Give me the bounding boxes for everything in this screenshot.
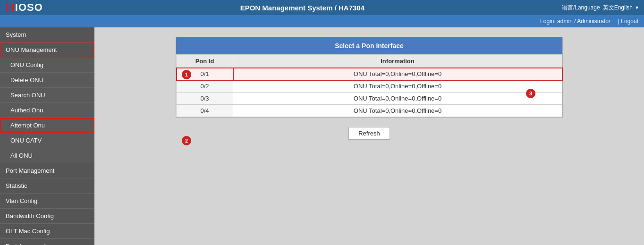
pon-id-cell: 0/4 — [177, 105, 233, 117]
sidebar-item-attempt-onu[interactable]: Attempt Onu — [0, 118, 94, 133]
sidebar-item-all-onu[interactable]: All ONU — [0, 148, 94, 163]
sidebar-item-onu-management[interactable]: ONU Management — [0, 42, 94, 58]
sidebar-item-vlan-config[interactable]: Vlan Config — [0, 194, 94, 209]
sidebar-item-system[interactable]: System — [0, 27, 94, 42]
col-information: Information — [233, 55, 562, 68]
table-row[interactable]: 0/3ONU Total=0,Online=0,Offline=0 — [177, 93, 562, 105]
col-pon-id: Pon Id — [177, 55, 233, 68]
badge-1: 1 — [182, 70, 191, 79]
sidebar-item-port-management[interactable]: Port Management — [0, 163, 94, 178]
sidebar-item-delete-onu[interactable]: Delete ONU — [0, 73, 94, 88]
logo-text: IOSO — [15, 1, 43, 14]
login-info: Login: admin / Administrator — [540, 18, 610, 25]
sidebar-item-search-onu[interactable]: Search ONU — [0, 88, 94, 103]
logo-h: H — [6, 0, 15, 15]
info-cell: ONU Total=0,Online=0,Offline=0 — [233, 105, 562, 117]
refresh-button[interactable]: Refresh — [348, 127, 390, 140]
sidebar-item-port-aggregation[interactable]: Port Aggregration — [0, 239, 94, 245]
sidebar-item-statistic[interactable]: Statistic — [0, 178, 94, 194]
pon-id-cell: 0/2 — [177, 80, 233, 93]
sidebar-item-olt-mac-config[interactable]: OLT Mac Config — [0, 224, 94, 239]
logout-link[interactable]: | Logout — [618, 18, 638, 25]
info-cell: ONU Total=0,Online=0,Offline=0 — [233, 68, 562, 80]
logo: H IOSO — [6, 0, 43, 15]
sidebar-item-authed-onu[interactable]: Authed Onu — [0, 103, 94, 118]
language-selector[interactable]: 语言/Language 英文English ▾ — [562, 4, 638, 12]
header-top: H IOSO EPON Management System / HA7304 语… — [0, 0, 644, 15]
chevron-down-icon: ▾ — [636, 4, 638, 11]
pon-table-title: Select a Pon Interface — [176, 37, 562, 54]
main-layout: SystemONU ManagementONU ConfigDelete ONU… — [0, 27, 644, 245]
sidebar-item-onu-config[interactable]: ONU Config — [0, 58, 94, 73]
table-header-row: Pon Id Information — [177, 55, 562, 68]
info-cell: ONU Total=0,Online=0,Offline=0 — [233, 93, 562, 105]
info-cell: ONU Total=0,Online=0,Offline=0 — [233, 80, 562, 93]
table-row[interactable]: 0/2ONU Total=0,Online=0,Offline=0 — [177, 80, 562, 93]
app-title: EPON Management System / HA7304 — [43, 4, 562, 12]
table-row[interactable]: 0/4ONU Total=0,Online=0,Offline=0 — [177, 105, 562, 117]
pon-table: Pon Id Information 0/1ONU Total=0,Online… — [176, 54, 562, 117]
content-area: 1 2 3 Select a Pon Interface Pon Id Info… — [94, 27, 644, 245]
pon-interface-panel: Select a Pon Interface Pon Id Informatio… — [176, 37, 563, 118]
header-bottom: Login: admin / Administrator | Logout — [0, 15, 644, 27]
sidebar-item-bandwidth-config[interactable]: Bandwidth Config — [0, 209, 94, 224]
language-label: 语言/Language — [562, 4, 600, 12]
language-value[interactable]: 英文English — [603, 4, 633, 12]
pon-id-cell: 0/3 — [177, 93, 233, 105]
sidebar: SystemONU ManagementONU ConfigDelete ONU… — [0, 27, 94, 245]
badge-3: 3 — [526, 89, 535, 98]
table-row[interactable]: 0/1ONU Total=0,Online=0,Offline=0 — [177, 68, 562, 80]
badge-2: 2 — [182, 136, 191, 145]
sidebar-item-onu-catv[interactable]: ONU CATV — [0, 133, 94, 148]
